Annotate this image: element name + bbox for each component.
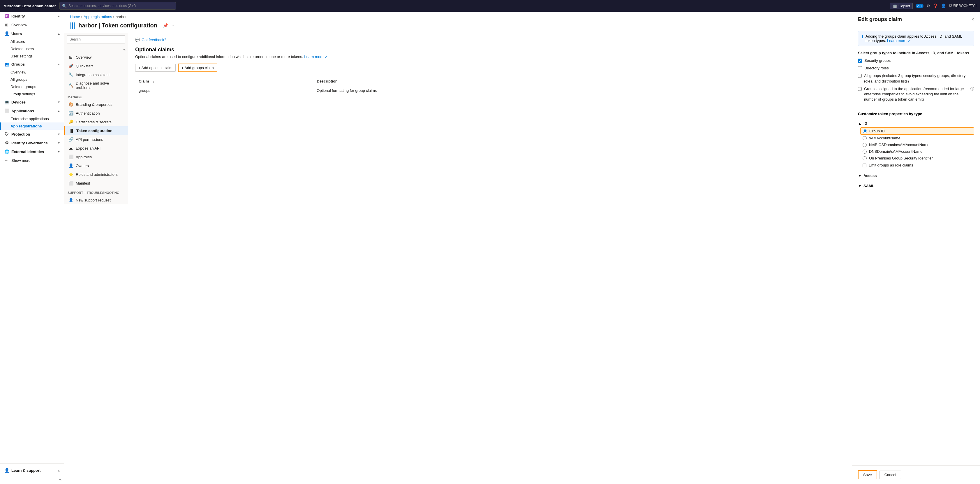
sidebar-groups-header[interactable]: 👥 Groups ▲	[0, 60, 64, 69]
sam-account-radio[interactable]	[862, 136, 867, 140]
cancel-button[interactable]: Cancel	[880, 471, 901, 479]
left-nav-expose-api[interactable]: ☁ Expose an API	[64, 144, 128, 152]
sidebar-item-user-settings[interactable]: User settings	[0, 53, 64, 60]
directory-roles-checkbox[interactable]	[858, 66, 862, 70]
sidebar-protection-header[interactable]: 🛡 Protection ▼	[0, 130, 64, 139]
left-nav-roles-admins-label: Roles and administrators	[76, 173, 118, 177]
id-section-header[interactable]: ▲ ID	[858, 120, 974, 128]
left-nav-diagnose[interactable]: 🔨 Diagnose and solve problems	[64, 79, 128, 92]
sidebar-learn-support[interactable]: 👤 Learn & support ▲	[0, 466, 64, 474]
sidebar-item-app-registrations[interactable]: App registrations	[0, 123, 64, 130]
add-optional-claim-button[interactable]: + Add optional claim	[135, 64, 176, 72]
left-nav-collapse-btn[interactable]: «	[64, 46, 128, 53]
search-bar[interactable]: 🔍 Search resources, services, and docs (…	[59, 2, 176, 10]
on-premises-radio[interactable]	[862, 156, 867, 160]
sidebar-item-deleted-groups[interactable]: Deleted groups	[0, 83, 64, 90]
dns-radio[interactable]	[862, 150, 867, 154]
info-learn-more[interactable]: Learn more ↗	[887, 38, 911, 43]
section-title: Optional claims	[135, 47, 845, 53]
group-id-radio[interactable]	[863, 129, 867, 133]
protection-icon: 🛡	[4, 132, 9, 136]
left-nav-owners[interactable]: 👤 Owners	[64, 161, 128, 170]
all-groups-checkbox[interactable]	[858, 74, 862, 78]
left-nav-integration-label: Integration assistant	[76, 73, 110, 77]
sidebar-show-more[interactable]: ··· Show more	[0, 156, 64, 165]
left-nav-manifest[interactable]: ⬜ Manifest	[64, 179, 128, 187]
groups-assigned-info-btn[interactable]: ⓘ	[970, 86, 974, 91]
left-nav-quickstart[interactable]: 🚀 Quickstart	[64, 62, 128, 70]
left-nav-expose-label: Expose an API	[76, 146, 100, 150]
sidebar-item-all-groups[interactable]: All groups	[0, 76, 64, 83]
left-nav-certificates[interactable]: 🔑 Certificates & secrets	[64, 118, 128, 126]
left-nav-roles-admins[interactable]: 🌟 Roles and administrators	[64, 170, 128, 179]
emit-groups-checkbox[interactable]	[862, 164, 866, 167]
user-icon[interactable]: 👤	[941, 3, 946, 8]
left-nav-quickstart-icon: 🚀	[68, 64, 73, 68]
left-nav-app-roles[interactable]: ⬜ App roles	[64, 152, 128, 161]
radio-dns[interactable]: DNSDomain\sAMAccountName	[862, 148, 974, 155]
applications-chevron: ▲	[57, 109, 60, 113]
security-groups-checkbox[interactable]	[858, 59, 862, 63]
radio-group-id[interactable]: Group ID	[860, 128, 974, 135]
pin-icon[interactable]: 📌	[163, 23, 168, 28]
right-panel-close-button[interactable]: ×	[972, 17, 974, 22]
group-id-label: Group ID	[869, 129, 885, 133]
radio-on-premises[interactable]: On Premises Group Security Identifier	[862, 155, 974, 161]
sidebar-item-enterprise-apps[interactable]: Enterprise applications	[0, 115, 64, 123]
breadcrumb-app-registrations[interactable]: App registrations	[84, 14, 112, 19]
sidebar-applications-header[interactable]: ⬜ Applications ▲	[0, 106, 64, 115]
sidebar-item-deleted-users[interactable]: Deleted users	[0, 45, 64, 53]
add-optional-claim-label: + Add optional claim	[138, 65, 172, 70]
left-nav-api-permissions[interactable]: 🔗 API permissions	[64, 135, 128, 144]
sidebar-devices-header[interactable]: 💻 Devices ▼	[0, 97, 64, 106]
left-nav-authentication[interactable]: 🔄 Authentication	[64, 109, 128, 118]
access-section-header[interactable]: ▼ Access	[858, 172, 974, 180]
left-nav-integration[interactable]: 🔧 Integration assistant	[64, 70, 128, 79]
saml-section-header[interactable]: ▼ SAML	[858, 182, 974, 190]
sidebar-identity-header[interactable]: 🆔 Identity ▲	[0, 12, 64, 21]
sidebar-identity-governance-header[interactable]: ⚙ Identity Governance ▼	[0, 139, 64, 147]
page-header-actions: 📌 ···	[163, 23, 174, 28]
sidebar-item-all-users[interactable]: All users	[0, 38, 64, 45]
sidebar-item-group-settings[interactable]: Group settings	[0, 90, 64, 97]
feedback-bar[interactable]: 💬 Got feedback?	[135, 38, 845, 42]
sidebar-identity-label: Identity	[11, 14, 25, 18]
sidebar-item-overview[interactable]: ⊞ Overview	[0, 21, 64, 29]
info-icon: ℹ	[862, 34, 863, 43]
left-nav-diagnose-label: Diagnose and solve problems	[76, 81, 124, 90]
left-nav-auth-label: Authentication	[76, 111, 100, 115]
claim-description: Optional formatting for group claims	[313, 86, 845, 95]
show-more-label: Show more	[11, 158, 30, 163]
left-nav-token-config[interactable]: ||| Token configuration	[64, 126, 128, 135]
left-nav-integration-icon: 🔧	[68, 72, 73, 77]
save-button[interactable]: Save	[858, 470, 877, 479]
sidebar-item-groups-overview[interactable]: Overview	[0, 69, 64, 76]
section-learn-more[interactable]: Learn more ↗	[304, 54, 328, 59]
left-nav-support[interactable]: 👤 New support request	[64, 196, 128, 204]
left-nav-api-icon: 🔗	[68, 137, 73, 142]
breadcrumb-home[interactable]: Home	[70, 14, 80, 19]
copilot-button[interactable]: 🤖 Copilot	[890, 3, 913, 10]
claim-table: Claim ↑↓ Description groups Optional for…	[135, 77, 845, 95]
groups-assigned-checkbox[interactable]	[858, 87, 862, 91]
sort-icon[interactable]: ↑↓	[151, 80, 154, 83]
radio-sam-account[interactable]: sAMAccountName	[862, 135, 974, 141]
settings-icon[interactable]: ⚙	[926, 3, 930, 8]
sidebar-applications-label: Applications	[11, 109, 34, 113]
radio-netbios[interactable]: NetBIOSDomain\sAMAccountName	[862, 141, 974, 148]
right-panel-footer: Save Cancel	[852, 465, 980, 484]
sidebar-collapse-btn[interactable]: «	[59, 477, 62, 482]
left-nav-search-input[interactable]	[67, 35, 125, 43]
left-nav-branding[interactable]: 🎨 Branding & properties	[64, 100, 128, 109]
saml-section: ▼ SAML	[858, 182, 974, 190]
sidebar-external-header[interactable]: 🌐 External Identities ▼	[0, 147, 64, 156]
add-groups-claim-button[interactable]: + Add groups claim	[178, 64, 217, 72]
left-nav-overview[interactable]: ⊞ Overview	[64, 53, 128, 62]
section-divider	[858, 107, 974, 107]
breadcrumb: Home › App registrations › harbor	[64, 12, 852, 19]
left-nav-token-icon: |||	[69, 128, 74, 133]
more-options-icon[interactable]: ···	[170, 23, 174, 28]
help-icon[interactable]: ❓	[933, 3, 938, 8]
netbios-radio[interactable]	[862, 143, 867, 147]
sidebar-users-header[interactable]: 👤 Users ▲	[0, 29, 64, 38]
